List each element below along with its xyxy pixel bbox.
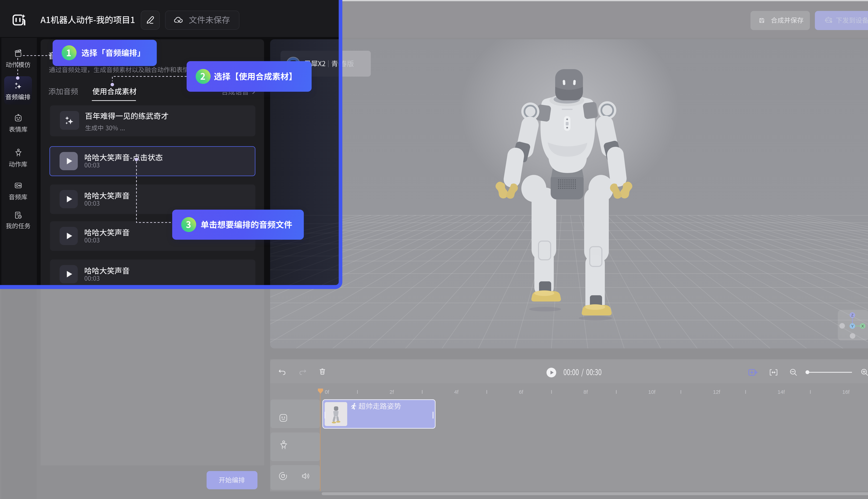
svg-text:Y: Y bbox=[851, 324, 854, 328]
svg-text:X: X bbox=[861, 324, 864, 328]
svg-text:Z: Z bbox=[851, 313, 853, 317]
